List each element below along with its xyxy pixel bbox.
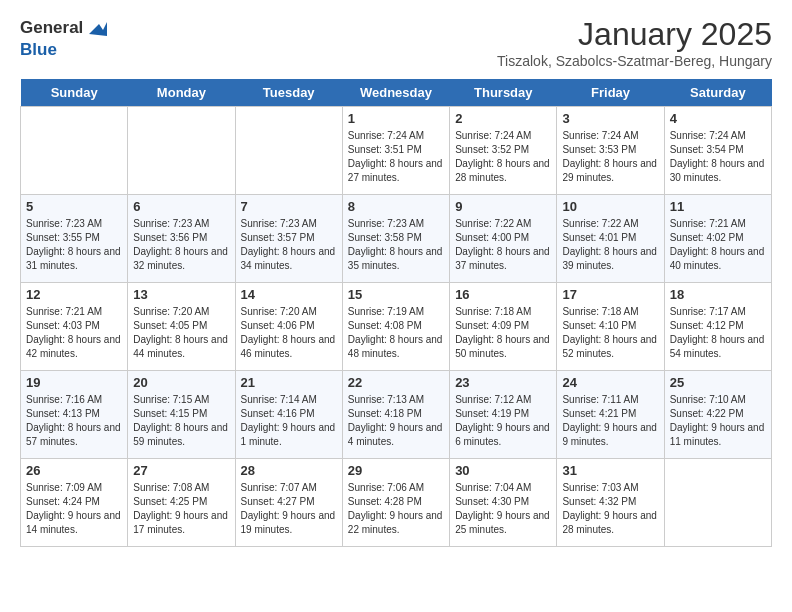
day-cell	[128, 107, 235, 195]
day-cell: 11Sunrise: 7:21 AM Sunset: 4:02 PM Dayli…	[664, 195, 771, 283]
day-cell	[235, 107, 342, 195]
day-cell: 26Sunrise: 7:09 AM Sunset: 4:24 PM Dayli…	[21, 459, 128, 547]
day-cell: 27Sunrise: 7:08 AM Sunset: 4:25 PM Dayli…	[128, 459, 235, 547]
day-info: Sunrise: 7:08 AM Sunset: 4:25 PM Dayligh…	[133, 481, 229, 537]
day-cell	[664, 459, 771, 547]
day-info: Sunrise: 7:22 AM Sunset: 4:01 PM Dayligh…	[562, 217, 658, 273]
day-number: 17	[562, 287, 658, 302]
day-number: 23	[455, 375, 551, 390]
day-cell: 28Sunrise: 7:07 AM Sunset: 4:27 PM Dayli…	[235, 459, 342, 547]
day-header-saturday: Saturday	[664, 79, 771, 107]
day-info: Sunrise: 7:20 AM Sunset: 4:06 PM Dayligh…	[241, 305, 337, 361]
day-number: 26	[26, 463, 122, 478]
day-info: Sunrise: 7:23 AM Sunset: 3:56 PM Dayligh…	[133, 217, 229, 273]
day-number: 4	[670, 111, 766, 126]
day-cell: 15Sunrise: 7:19 AM Sunset: 4:08 PM Dayli…	[342, 283, 449, 371]
day-cell: 30Sunrise: 7:04 AM Sunset: 4:30 PM Dayli…	[450, 459, 557, 547]
day-info: Sunrise: 7:15 AM Sunset: 4:15 PM Dayligh…	[133, 393, 229, 449]
logo-icon	[85, 16, 109, 40]
week-row-5: 26Sunrise: 7:09 AM Sunset: 4:24 PM Dayli…	[21, 459, 772, 547]
day-cell: 21Sunrise: 7:14 AM Sunset: 4:16 PM Dayli…	[235, 371, 342, 459]
day-cell: 19Sunrise: 7:16 AM Sunset: 4:13 PM Dayli…	[21, 371, 128, 459]
calendar-table: SundayMondayTuesdayWednesdayThursdayFrid…	[20, 79, 772, 547]
logo: General Blue	[20, 16, 109, 60]
day-info: Sunrise: 7:18 AM Sunset: 4:09 PM Dayligh…	[455, 305, 551, 361]
day-cell: 12Sunrise: 7:21 AM Sunset: 4:03 PM Dayli…	[21, 283, 128, 371]
day-header-monday: Monday	[128, 79, 235, 107]
day-cell	[21, 107, 128, 195]
day-info: Sunrise: 7:16 AM Sunset: 4:13 PM Dayligh…	[26, 393, 122, 449]
day-cell: 16Sunrise: 7:18 AM Sunset: 4:09 PM Dayli…	[450, 283, 557, 371]
day-number: 5	[26, 199, 122, 214]
day-header-thursday: Thursday	[450, 79, 557, 107]
day-cell: 7Sunrise: 7:23 AM Sunset: 3:57 PM Daylig…	[235, 195, 342, 283]
day-number: 8	[348, 199, 444, 214]
day-header-wednesday: Wednesday	[342, 79, 449, 107]
day-number: 9	[455, 199, 551, 214]
day-info: Sunrise: 7:10 AM Sunset: 4:22 PM Dayligh…	[670, 393, 766, 449]
day-number: 2	[455, 111, 551, 126]
day-number: 30	[455, 463, 551, 478]
day-number: 28	[241, 463, 337, 478]
day-info: Sunrise: 7:24 AM Sunset: 3:51 PM Dayligh…	[348, 129, 444, 185]
header-row: SundayMondayTuesdayWednesdayThursdayFrid…	[21, 79, 772, 107]
week-row-4: 19Sunrise: 7:16 AM Sunset: 4:13 PM Dayli…	[21, 371, 772, 459]
day-cell: 9Sunrise: 7:22 AM Sunset: 4:00 PM Daylig…	[450, 195, 557, 283]
day-cell: 5Sunrise: 7:23 AM Sunset: 3:55 PM Daylig…	[21, 195, 128, 283]
logo-blue-text: Blue	[20, 40, 109, 60]
day-cell: 3Sunrise: 7:24 AM Sunset: 3:53 PM Daylig…	[557, 107, 664, 195]
day-number: 29	[348, 463, 444, 478]
day-number: 7	[241, 199, 337, 214]
day-info: Sunrise: 7:24 AM Sunset: 3:53 PM Dayligh…	[562, 129, 658, 185]
page-header: General Blue January 2025 Tiszalok, Szab…	[20, 16, 772, 69]
day-number: 31	[562, 463, 658, 478]
day-cell: 14Sunrise: 7:20 AM Sunset: 4:06 PM Dayli…	[235, 283, 342, 371]
day-info: Sunrise: 7:11 AM Sunset: 4:21 PM Dayligh…	[562, 393, 658, 449]
day-number: 6	[133, 199, 229, 214]
day-header-tuesday: Tuesday	[235, 79, 342, 107]
day-cell: 18Sunrise: 7:17 AM Sunset: 4:12 PM Dayli…	[664, 283, 771, 371]
day-info: Sunrise: 7:20 AM Sunset: 4:05 PM Dayligh…	[133, 305, 229, 361]
day-number: 20	[133, 375, 229, 390]
day-info: Sunrise: 7:22 AM Sunset: 4:00 PM Dayligh…	[455, 217, 551, 273]
day-number: 15	[348, 287, 444, 302]
day-info: Sunrise: 7:24 AM Sunset: 3:52 PM Dayligh…	[455, 129, 551, 185]
day-header-sunday: Sunday	[21, 79, 128, 107]
day-info: Sunrise: 7:21 AM Sunset: 4:02 PM Dayligh…	[670, 217, 766, 273]
day-cell: 13Sunrise: 7:20 AM Sunset: 4:05 PM Dayli…	[128, 283, 235, 371]
day-cell: 17Sunrise: 7:18 AM Sunset: 4:10 PM Dayli…	[557, 283, 664, 371]
day-cell: 6Sunrise: 7:23 AM Sunset: 3:56 PM Daylig…	[128, 195, 235, 283]
svg-marker-0	[89, 22, 107, 36]
day-number: 12	[26, 287, 122, 302]
day-cell: 20Sunrise: 7:15 AM Sunset: 4:15 PM Dayli…	[128, 371, 235, 459]
day-number: 21	[241, 375, 337, 390]
day-info: Sunrise: 7:23 AM Sunset: 3:55 PM Dayligh…	[26, 217, 122, 273]
day-number: 24	[562, 375, 658, 390]
day-cell: 10Sunrise: 7:22 AM Sunset: 4:01 PM Dayli…	[557, 195, 664, 283]
day-cell: 1Sunrise: 7:24 AM Sunset: 3:51 PM Daylig…	[342, 107, 449, 195]
day-number: 19	[26, 375, 122, 390]
day-number: 16	[455, 287, 551, 302]
day-info: Sunrise: 7:18 AM Sunset: 4:10 PM Dayligh…	[562, 305, 658, 361]
week-row-2: 5Sunrise: 7:23 AM Sunset: 3:55 PM Daylig…	[21, 195, 772, 283]
week-row-3: 12Sunrise: 7:21 AM Sunset: 4:03 PM Dayli…	[21, 283, 772, 371]
day-info: Sunrise: 7:04 AM Sunset: 4:30 PM Dayligh…	[455, 481, 551, 537]
day-info: Sunrise: 7:06 AM Sunset: 4:28 PM Dayligh…	[348, 481, 444, 537]
day-number: 3	[562, 111, 658, 126]
day-number: 10	[562, 199, 658, 214]
day-info: Sunrise: 7:03 AM Sunset: 4:32 PM Dayligh…	[562, 481, 658, 537]
day-info: Sunrise: 7:19 AM Sunset: 4:08 PM Dayligh…	[348, 305, 444, 361]
day-info: Sunrise: 7:23 AM Sunset: 3:58 PM Dayligh…	[348, 217, 444, 273]
title-block: January 2025 Tiszalok, Szabolcs-Szatmar-…	[497, 16, 772, 69]
day-number: 13	[133, 287, 229, 302]
day-info: Sunrise: 7:12 AM Sunset: 4:19 PM Dayligh…	[455, 393, 551, 449]
day-cell: 8Sunrise: 7:23 AM Sunset: 3:58 PM Daylig…	[342, 195, 449, 283]
day-cell: 22Sunrise: 7:13 AM Sunset: 4:18 PM Dayli…	[342, 371, 449, 459]
calendar-page: General Blue January 2025 Tiszalok, Szab…	[0, 0, 792, 563]
day-info: Sunrise: 7:21 AM Sunset: 4:03 PM Dayligh…	[26, 305, 122, 361]
day-number: 27	[133, 463, 229, 478]
day-cell: 29Sunrise: 7:06 AM Sunset: 4:28 PM Dayli…	[342, 459, 449, 547]
day-cell: 24Sunrise: 7:11 AM Sunset: 4:21 PM Dayli…	[557, 371, 664, 459]
day-number: 18	[670, 287, 766, 302]
day-info: Sunrise: 7:17 AM Sunset: 4:12 PM Dayligh…	[670, 305, 766, 361]
